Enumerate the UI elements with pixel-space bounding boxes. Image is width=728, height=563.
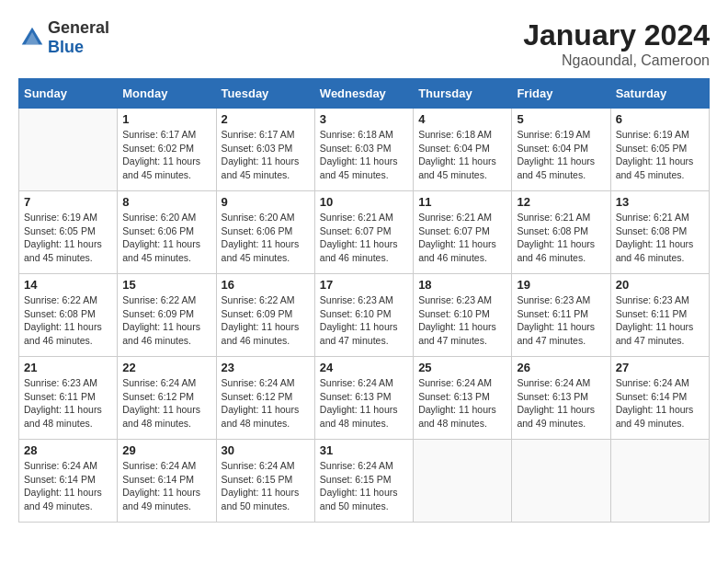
day-header-monday: Monday	[118, 79, 216, 109]
calendar-cell: 14Sunrise: 6:22 AMSunset: 6:08 PMDayligh…	[19, 274, 118, 357]
cell-info: Sunrise: 6:24 AMSunset: 6:13 PMDaylight:…	[418, 376, 506, 431]
day-number: 7	[24, 195, 112, 209]
day-number: 15	[122, 278, 210, 292]
day-number: 2	[222, 112, 310, 126]
cell-info: Sunrise: 6:24 AMSunset: 6:14 PMDaylight:…	[616, 376, 704, 431]
calendar-cell: 30Sunrise: 6:24 AMSunset: 6:15 PMDayligh…	[216, 440, 314, 523]
cell-info: Sunrise: 6:22 AMSunset: 6:09 PMDaylight:…	[222, 293, 310, 348]
calendar-cell: 24Sunrise: 6:24 AMSunset: 6:13 PMDayligh…	[314, 357, 413, 440]
cell-info: Sunrise: 6:23 AMSunset: 6:11 PMDaylight:…	[24, 376, 112, 431]
calendar-cell: 15Sunrise: 6:22 AMSunset: 6:09 PMDayligh…	[118, 274, 216, 357]
cell-info: Sunrise: 6:24 AMSunset: 6:14 PMDaylight:…	[24, 459, 112, 513]
calendar-cell	[512, 440, 610, 523]
calendar-cell: 3Sunrise: 6:18 AMSunset: 6:03 PMDaylight…	[314, 109, 413, 191]
calendar-cell: 21Sunrise: 6:23 AMSunset: 6:11 PMDayligh…	[19, 357, 118, 440]
day-header-thursday: Thursday	[414, 79, 512, 109]
day-number: 21	[24, 361, 112, 374]
cell-info: Sunrise: 6:23 AMSunset: 6:11 PMDaylight:…	[517, 293, 605, 348]
week-row-2: 7Sunrise: 6:19 AMSunset: 6:05 PMDaylight…	[19, 191, 710, 274]
cell-info: Sunrise: 6:21 AMSunset: 6:07 PMDaylight:…	[418, 211, 506, 265]
calendar-cell: 2Sunrise: 6:17 AMSunset: 6:03 PMDaylight…	[216, 109, 314, 191]
day-number: 26	[517, 361, 605, 374]
calendar-cell: 22Sunrise: 6:24 AMSunset: 6:12 PMDayligh…	[118, 357, 216, 440]
calendar-cell	[19, 109, 118, 191]
day-header-sunday: Sunday	[19, 79, 118, 109]
logo-text-general: General	[48, 18, 109, 37]
day-number: 22	[122, 361, 210, 374]
cell-info: Sunrise: 6:19 AMSunset: 6:05 PMDaylight:…	[24, 211, 112, 265]
cell-info: Sunrise: 6:23 AMSunset: 6:10 PMDaylight:…	[320, 293, 408, 348]
cell-info: Sunrise: 6:20 AMSunset: 6:06 PMDaylight:…	[122, 211, 210, 265]
calendar-cell: 29Sunrise: 6:24 AMSunset: 6:14 PMDayligh…	[118, 440, 216, 523]
cell-info: Sunrise: 6:21 AMSunset: 6:08 PMDaylight:…	[616, 211, 704, 265]
calendar-cell: 6Sunrise: 6:19 AMSunset: 6:05 PMDaylight…	[610, 109, 709, 191]
cell-info: Sunrise: 6:22 AMSunset: 6:09 PMDaylight:…	[122, 293, 210, 348]
cell-info: Sunrise: 6:24 AMSunset: 6:12 PMDaylight:…	[122, 376, 210, 431]
week-row-5: 28Sunrise: 6:24 AMSunset: 6:14 PMDayligh…	[19, 440, 710, 523]
calendar-cell: 20Sunrise: 6:23 AMSunset: 6:11 PMDayligh…	[610, 274, 709, 357]
calendar-cell: 7Sunrise: 6:19 AMSunset: 6:05 PMDaylight…	[19, 191, 118, 274]
cell-info: Sunrise: 6:23 AMSunset: 6:10 PMDaylight:…	[418, 293, 506, 348]
calendar-cell: 9Sunrise: 6:20 AMSunset: 6:06 PMDaylight…	[216, 191, 314, 274]
day-number: 24	[320, 361, 408, 374]
day-number: 31	[320, 443, 408, 457]
day-number: 16	[222, 278, 310, 292]
day-header-wednesday: Wednesday	[314, 79, 413, 109]
day-number: 8	[122, 195, 210, 209]
month-title: January 2024	[523, 18, 710, 52]
cell-info: Sunrise: 6:21 AMSunset: 6:07 PMDaylight:…	[320, 211, 408, 265]
day-number: 23	[222, 361, 310, 374]
day-header-friday: Friday	[512, 79, 610, 109]
cell-info: Sunrise: 6:18 AMSunset: 6:04 PMDaylight:…	[418, 128, 506, 182]
calendar-cell: 12Sunrise: 6:21 AMSunset: 6:08 PMDayligh…	[512, 191, 610, 274]
calendar-cell: 18Sunrise: 6:23 AMSunset: 6:10 PMDayligh…	[414, 274, 512, 357]
calendar-cell: 25Sunrise: 6:24 AMSunset: 6:13 PMDayligh…	[414, 357, 512, 440]
calendar-cell: 5Sunrise: 6:19 AMSunset: 6:04 PMDaylight…	[512, 109, 610, 191]
calendar-cell	[610, 440, 709, 523]
calendar-table: SundayMondayTuesdayWednesdayThursdayFrid…	[18, 78, 710, 523]
calendar-cell: 26Sunrise: 6:24 AMSunset: 6:13 PMDayligh…	[512, 357, 610, 440]
day-number: 14	[24, 278, 112, 292]
cell-info: Sunrise: 6:18 AMSunset: 6:03 PMDaylight:…	[320, 128, 408, 182]
cell-info: Sunrise: 6:24 AMSunset: 6:14 PMDaylight:…	[122, 459, 210, 513]
calendar-cell: 17Sunrise: 6:23 AMSunset: 6:10 PMDayligh…	[314, 274, 413, 357]
cell-info: Sunrise: 6:20 AMSunset: 6:06 PMDaylight:…	[222, 211, 310, 265]
day-number: 18	[418, 278, 506, 292]
cell-info: Sunrise: 6:19 AMSunset: 6:05 PMDaylight:…	[616, 128, 704, 182]
week-row-3: 14Sunrise: 6:22 AMSunset: 6:08 PMDayligh…	[19, 274, 710, 357]
cell-info: Sunrise: 6:22 AMSunset: 6:08 PMDaylight:…	[24, 293, 112, 348]
day-number: 29	[122, 443, 210, 457]
calendar-cell: 1Sunrise: 6:17 AMSunset: 6:02 PMDaylight…	[118, 109, 216, 191]
day-number: 25	[418, 361, 506, 374]
day-number: 6	[616, 112, 704, 126]
cell-info: Sunrise: 6:21 AMSunset: 6:08 PMDaylight:…	[517, 211, 605, 265]
day-number: 12	[517, 195, 605, 209]
calendar-cell: 28Sunrise: 6:24 AMSunset: 6:14 PMDayligh…	[19, 440, 118, 523]
calendar-cell: 31Sunrise: 6:24 AMSunset: 6:15 PMDayligh…	[314, 440, 413, 523]
day-number: 28	[24, 443, 112, 457]
calendar-cell: 16Sunrise: 6:22 AMSunset: 6:09 PMDayligh…	[216, 274, 314, 357]
day-number: 17	[320, 278, 408, 292]
calendar-cell: 11Sunrise: 6:21 AMSunset: 6:07 PMDayligh…	[414, 191, 512, 274]
cell-info: Sunrise: 6:24 AMSunset: 6:15 PMDaylight:…	[320, 459, 408, 513]
page-header: General Blue January 2024 Ngaoundal, Cam…	[18, 18, 710, 69]
day-header-saturday: Saturday	[610, 79, 709, 109]
day-number: 27	[616, 361, 704, 374]
day-number: 11	[418, 195, 506, 209]
day-number: 13	[616, 195, 704, 209]
calendar-cell: 23Sunrise: 6:24 AMSunset: 6:12 PMDayligh…	[216, 357, 314, 440]
cell-info: Sunrise: 6:24 AMSunset: 6:12 PMDaylight:…	[222, 376, 310, 431]
logo: General Blue	[18, 18, 109, 57]
calendar-cell: 19Sunrise: 6:23 AMSunset: 6:11 PMDayligh…	[512, 274, 610, 357]
week-row-4: 21Sunrise: 6:23 AMSunset: 6:11 PMDayligh…	[19, 357, 710, 440]
day-number: 10	[320, 195, 408, 209]
calendar-cell: 10Sunrise: 6:21 AMSunset: 6:07 PMDayligh…	[314, 191, 413, 274]
day-number: 9	[222, 195, 310, 209]
cell-info: Sunrise: 6:17 AMSunset: 6:02 PMDaylight:…	[122, 128, 210, 182]
day-number: 19	[517, 278, 605, 292]
day-number: 20	[616, 278, 704, 292]
cell-info: Sunrise: 6:24 AMSunset: 6:15 PMDaylight:…	[222, 459, 310, 513]
calendar-cell: 13Sunrise: 6:21 AMSunset: 6:08 PMDayligh…	[610, 191, 709, 274]
location-title: Ngaoundal, Cameroon	[523, 52, 710, 69]
cell-info: Sunrise: 6:23 AMSunset: 6:11 PMDaylight:…	[616, 293, 704, 348]
